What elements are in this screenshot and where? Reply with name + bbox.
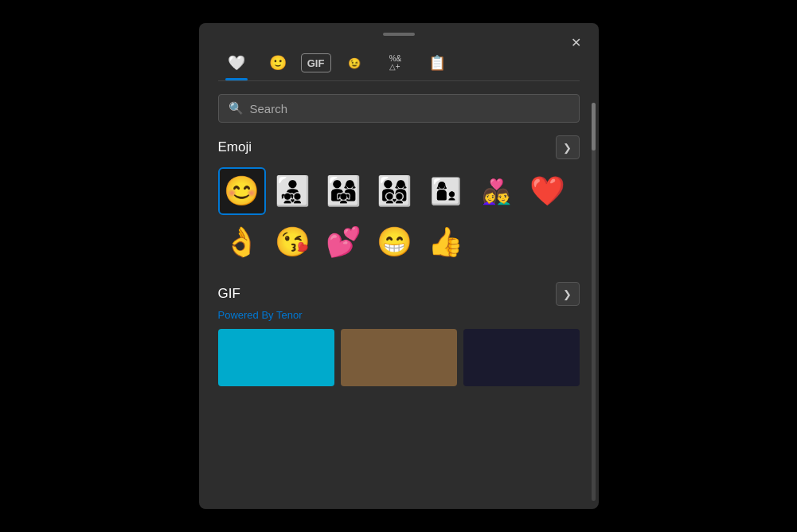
tab-gif[interactable]: GIF (301, 53, 331, 72)
emoji-item[interactable]: 👌 (218, 218, 266, 266)
emoji-item[interactable]: 👨‍👩‍👧 (320, 167, 368, 215)
content-area: Emoji ❯ 😊 👨‍👧‍👦 👨‍👩‍👧 👨‍👩‍👦‍👦 👩‍👦 👩‍❤️‍👨… (199, 123, 599, 509)
gif-section-chevron[interactable]: ❯ (556, 282, 580, 306)
emoji-item[interactable]: 😘 (269, 218, 317, 266)
scrollbar-track (592, 103, 596, 501)
gif-thumbnail[interactable] (341, 329, 457, 386)
gif-thumbnails (218, 329, 580, 386)
emoji-item[interactable]: 👩‍👦 (422, 167, 470, 215)
tab-kaomoji[interactable]: 😉 (336, 47, 373, 79)
search-input[interactable] (250, 102, 569, 115)
emoji-item[interactable]: 😊 (218, 167, 266, 215)
emoji-item[interactable]: 👍 (422, 218, 470, 266)
emoji-picker-panel: ✕ 🤍 🙂 GIF 😉 %&△+ 📋 🔍 Emoji ❯ 😊 👨‍👧‍👦 👨‍👩… (199, 23, 599, 509)
emoji-grid: 😊 👨‍👧‍👦 👨‍👩‍👧 👨‍👩‍👦‍👦 👩‍👦 👩‍❤️‍👨 ❤️ 👌 😘 … (218, 167, 580, 266)
powered-by-tenor: Powered By Tenor (218, 309, 580, 321)
emoji-section-chevron[interactable]: ❯ (556, 135, 580, 159)
emoji-item[interactable]: 👨‍👩‍👦‍👦 (371, 167, 419, 215)
emoji-item[interactable]: 👩‍❤️‍👨 (473, 167, 521, 215)
gif-section-header: GIF ❯ (218, 282, 580, 306)
emoji-item[interactable]: 💕 (320, 218, 368, 266)
emoji-section-title: Emoji (218, 139, 252, 155)
search-bar[interactable]: 🔍 (218, 94, 580, 123)
tab-symbols[interactable]: %&△+ (377, 47, 414, 79)
scrollbar-thumb[interactable] (592, 103, 596, 151)
gif-section-title: GIF (218, 286, 240, 302)
tab-emoji[interactable]: 🙂 (260, 47, 296, 79)
emoji-item[interactable]: 😁 (371, 218, 419, 266)
tabs-row: 🤍 🙂 GIF 😉 %&△+ 📋 (199, 39, 599, 79)
emoji-item[interactable]: 👨‍👧‍👦 (269, 167, 317, 215)
gif-thumbnail[interactable] (218, 329, 334, 386)
close-button[interactable]: ✕ (565, 31, 588, 53)
gif-section: GIF ❯ Powered By Tenor (218, 282, 580, 386)
gif-thumbnail[interactable] (463, 329, 580, 386)
tab-clipboard[interactable]: 📋 (419, 47, 455, 79)
drag-handle (383, 33, 415, 36)
emoji-item[interactable]: ❤️ (524, 167, 572, 215)
tab-underline (218, 80, 580, 81)
search-icon: 🔍 (229, 101, 244, 115)
tab-recently-used[interactable]: 🤍 (218, 47, 255, 79)
emoji-section-header: Emoji ❯ (218, 135, 580, 159)
